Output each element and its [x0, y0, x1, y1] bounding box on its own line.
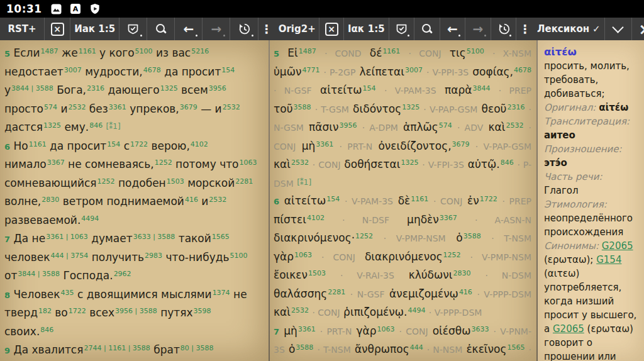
morphology-code[interactable]: · CONJ	[321, 252, 355, 262]
collapse-button[interactable]	[605, 18, 632, 40]
strong-number[interactable]: 444	[410, 343, 423, 352]
word[interactable]: Если	[13, 47, 40, 59]
strong-number[interactable]: 574	[439, 121, 452, 130]
word[interactable]: развеваемой.	[4, 214, 80, 226]
search-button[interactable]	[414, 18, 440, 40]
strong-number[interactable]: 4102	[191, 140, 208, 148]
morphology-code[interactable]: · CONJ	[313, 160, 341, 170]
back-button[interactable]: ←	[175, 18, 203, 40]
word[interactable]: καὶ	[274, 158, 291, 170]
menu-button[interactable]: ⋮	[258, 18, 275, 40]
module-button-orig[interactable]: Orig2+	[275, 18, 319, 40]
morphology-code[interactable]: · V-PMP-NSM	[470, 252, 531, 262]
forward-button[interactable]: →	[465, 18, 491, 40]
strong-number[interactable]: 3361	[298, 325, 316, 333]
word[interactable]: ἁπλῶς	[403, 121, 438, 133]
bible-panel-greek[interactable]: 5 Εἰ1487 · COND δέ1161 · CONJ τις5100 · …	[270, 40, 536, 361]
word[interactable]: думает	[91, 232, 132, 245]
word[interactable]: и	[215, 103, 222, 115]
word[interactable]: да просит	[50, 140, 106, 152]
morphology-code[interactable]: · ADV	[457, 123, 483, 133]
word[interactable]: с	[124, 140, 130, 152]
word[interactable]: καὶ	[488, 121, 505, 133]
reference-button[interactable]: Ιακ 1:5	[344, 18, 389, 40]
bible-panel-rst[interactable]: 5 Если1487 же1161 у кого5100 из вас5216 …	[0, 40, 269, 361]
strong-number[interactable]: 2532	[68, 103, 86, 111]
word[interactable]: ἐκεῖνος	[466, 343, 506, 355]
verse[interactable]: 7 μὴ3361 · PRT-N γὰρ1063 · CONJ οἰέσθω36…	[274, 323, 531, 361]
morphology-code[interactable]: · V-PPP-DSM	[429, 308, 482, 318]
strong-number[interactable]: 435	[61, 289, 74, 297]
word[interactable]: да просит	[164, 65, 221, 78]
morphology-code[interactable]: · N-GSF	[274, 86, 312, 96]
strong-number[interactable]: 3956 | 3588	[115, 307, 157, 315]
morphology-code[interactable]: · V-PMP-NSM	[384, 233, 446, 243]
morphology-code[interactable]: · PREP	[499, 86, 531, 96]
word[interactable]: без	[89, 103, 108, 115]
strong-number[interactable]: 2316	[507, 103, 525, 111]
word[interactable]: κλύδωνι	[409, 269, 453, 281]
morphology-code[interactable]: · V-PPP-DSM	[477, 289, 531, 299]
word[interactable]: λείπεται	[359, 65, 404, 78]
footnote-marker[interactable]: [⁑1]	[106, 122, 121, 131]
word[interactable]: такой	[179, 232, 211, 245]
verse[interactable]: 7 Да не3361 | 1063 думает3633 | 3588 так…	[4, 230, 262, 286]
word[interactable]: недостает	[4, 65, 64, 78]
word[interactable]: потому что	[175, 158, 238, 170]
word[interactable]: и	[60, 103, 67, 115]
strong-number[interactable]: 574	[44, 103, 57, 111]
morphology-code[interactable]: · N-DSM	[485, 270, 531, 280]
strong-number[interactable]: 5100	[467, 47, 484, 55]
strong-number[interactable]: 3679	[180, 103, 197, 111]
word[interactable]: ему.	[64, 121, 89, 133]
word[interactable]: волне,	[4, 195, 41, 208]
strong-number[interactable]: 1503	[308, 269, 326, 277]
word[interactable]: Да хвалится	[13, 343, 83, 356]
strong-number[interactable]: 2281	[235, 177, 253, 186]
morphology-code[interactable]: · CONJ	[399, 326, 428, 336]
strong-number[interactable]: 2532	[291, 158, 309, 167]
morphology-code[interactable]: · X-NSM	[492, 48, 531, 58]
word[interactable]: ὁ	[456, 231, 462, 244]
word[interactable]: Бога,	[57, 84, 86, 96]
verse-number[interactable]: 9	[4, 346, 10, 355]
strong-number[interactable]: 1722	[130, 140, 148, 148]
lexicon-link[interactable]: G2065	[602, 240, 633, 252]
strong-number[interactable]: 2830	[453, 269, 471, 277]
strong-number[interactable]: 3633	[471, 325, 489, 333]
strong-number[interactable]: 1722	[69, 307, 86, 315]
strong-number[interactable]: 3956	[339, 121, 357, 130]
morphology-code[interactable]: · N-NSM	[427, 345, 463, 355]
morphology-code[interactable]: · V-PAM-3S	[384, 86, 436, 96]
verse[interactable]: 6 αἰτείτω154 · V-PAM-3S δὲ1161 · CONJ ἐν…	[274, 192, 531, 323]
word[interactable]: от	[4, 269, 17, 282]
strong-number[interactable]: 182	[38, 307, 52, 315]
strong-number[interactable]: 3844 | 3588	[18, 270, 60, 278]
strong-number[interactable]: 4771	[302, 66, 319, 74]
word[interactable]: верою,	[151, 140, 189, 152]
strong-number[interactable]: 1374	[213, 289, 230, 297]
history-button[interactable]	[230, 18, 258, 40]
word[interactable]: всех	[89, 306, 114, 319]
strong-number[interactable]: 3679	[452, 140, 470, 148]
close-lexicon-button[interactable]: ×	[632, 18, 644, 40]
word[interactable]: —	[201, 103, 211, 115]
strong-number[interactable]: 154	[107, 140, 120, 148]
word[interactable]: морской	[187, 177, 235, 189]
word[interactable]: всем	[181, 84, 208, 96]
word[interactable]: своих.	[4, 325, 40, 338]
morphology-code[interactable]: · N-GSF	[350, 289, 385, 299]
word[interactable]: δοθήσεται	[344, 158, 400, 170]
strong-number[interactable]: 444 | 3754	[51, 252, 89, 260]
strong-number[interactable]: 1503	[167, 177, 184, 186]
word[interactable]: ветром поднимаемой	[63, 195, 184, 208]
lexicon-link[interactable]: G2065	[553, 323, 584, 335]
word[interactable]: сомневающийся	[4, 177, 97, 189]
strong-number[interactable]: 3367	[47, 158, 65, 167]
word[interactable]: πᾶσιν	[309, 121, 338, 133]
strong-number[interactable]: 2744 | 1161 | 3588	[84, 344, 150, 352]
word[interactable]: не сомневаясь,	[68, 158, 154, 170]
word[interactable]: мудрости,	[85, 65, 143, 78]
word[interactable]: γὰρ	[274, 250, 294, 263]
word[interactable]: τις	[450, 47, 466, 59]
